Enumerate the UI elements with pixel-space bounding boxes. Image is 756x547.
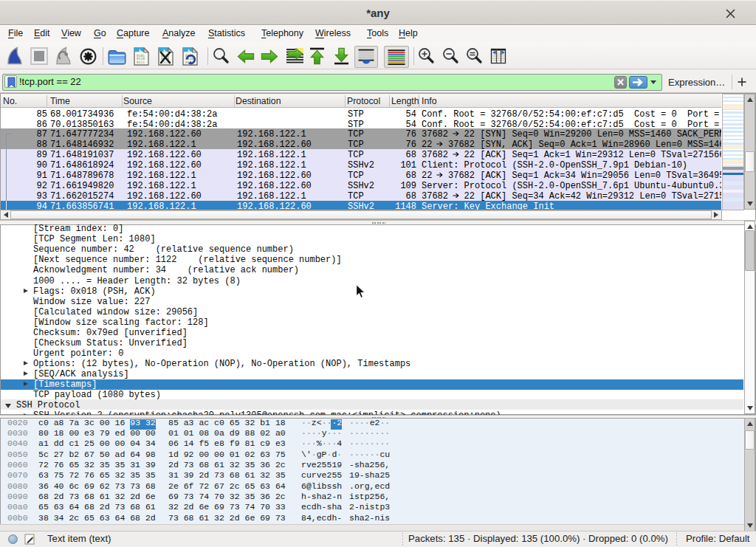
- svg-text:0111: 0111: [137, 61, 145, 64]
